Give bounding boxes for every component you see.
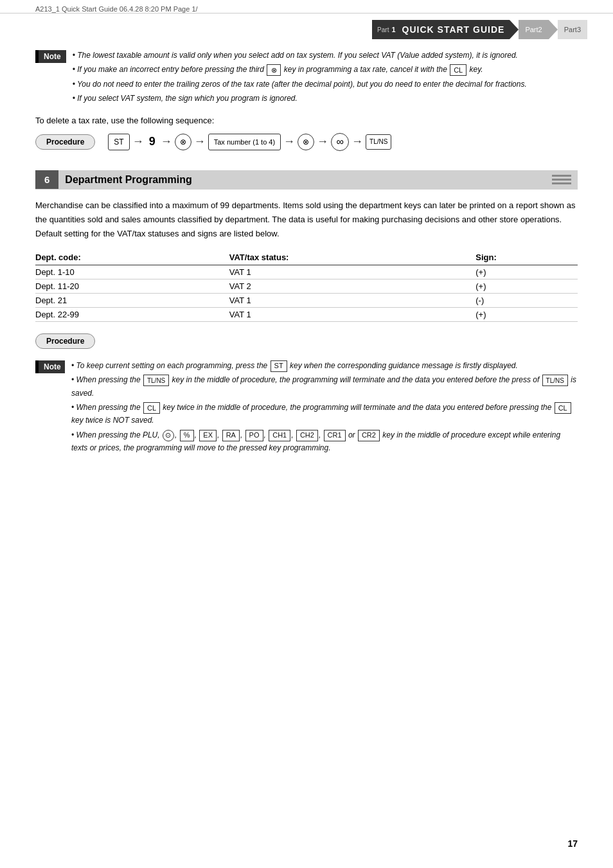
key-ch2: CH2 — [296, 430, 318, 441]
row1-vat: VAT 1 — [229, 265, 476, 279]
key-ra: RA — [222, 430, 240, 441]
dept-table-body: Dept. 1-10 VAT 1 (+) Dept. 11-20 VAT 2 (… — [35, 265, 578, 321]
key-ch1: CH1 — [269, 430, 290, 441]
deco-line3 — [552, 182, 571, 184]
table-row: Dept. 1-10 VAT 1 (+) — [35, 265, 578, 279]
note2-item3: When pressing the CL key twice in the mi… — [71, 401, 578, 427]
row1-sign: (+) — [475, 265, 578, 279]
key-cl: CL — [450, 64, 466, 76]
row3-code: Dept. 21 — [35, 293, 229, 307]
note1-item4: If you select VAT system, the sign which… — [73, 92, 527, 105]
arrow4: → — [283, 135, 295, 148]
part3-label: Part3 — [564, 26, 581, 33]
note2-item1: To keep current setting on each programm… — [71, 359, 578, 372]
key-plu-circle: ⊙ — [163, 430, 174, 441]
key-taxnum: Tax number (1 to 4) — [208, 134, 281, 150]
arrow2: → — [161, 135, 172, 148]
row4-sign: (+) — [475, 307, 578, 321]
dept-intro-line2: Default setting for the VAT/tax statuses… — [35, 229, 280, 238]
note1-item1: The lowest taxable amount is valid only … — [73, 49, 527, 62]
section6-header: 6 Department Programming — [35, 170, 578, 190]
arrow5: → — [317, 135, 328, 148]
part1-label: Part — [377, 26, 389, 33]
note1-label: Note — [35, 50, 66, 63]
dept-table-head: Dept. code: VAT/tax status: Sign: — [35, 250, 578, 265]
arrow1: → — [132, 135, 144, 148]
deco-line2 — [552, 179, 571, 181]
procedure2-section: Procedure — [35, 333, 578, 349]
key-multiply: ⊗ — [267, 64, 281, 76]
key-st: ST — [108, 134, 129, 150]
table-row: Dept. 22-99 VAT 1 (+) — [35, 307, 578, 321]
delete-tax-text: To delete a tax rate, use the following … — [35, 116, 578, 125]
row2-sign: (+) — [475, 279, 578, 293]
section6-title: Department Programming — [65, 170, 191, 190]
dept-table-header-row: Dept. code: VAT/tax status: Sign: — [35, 250, 578, 265]
header-part2: Part2 — [519, 20, 548, 39]
header-part3: Part3 — [558, 20, 587, 39]
procedure1-flow: Procedure ST → 9 → ⊗ → Tax number (1 to … — [35, 133, 578, 151]
key-cl2: CL — [143, 402, 160, 414]
dept-intro-line1: Merchandise can be classified into a max… — [35, 200, 575, 224]
row1-code: Dept. 1-10 — [35, 265, 229, 279]
deco-line1 — [552, 175, 571, 177]
table-row: Dept. 21 VAT 1 (-) — [35, 293, 578, 307]
header-title: QUICK START GUIDE — [402, 24, 505, 35]
doc-header: A213_1 Quick Start Guide 06.4.28 8:20 PM… — [0, 0, 613, 13]
procedure2-badge: Procedure — [35, 333, 95, 349]
row2-vat: VAT 2 — [229, 279, 476, 293]
col-vat: VAT/tax status: — [229, 250, 476, 265]
page-number: 17 — [567, 838, 578, 849]
main-content: Note The lowest taxable amount is valid … — [0, 39, 613, 478]
note2-item2: When pressing the TL/NS key in the middl… — [71, 373, 578, 400]
note1-item3: You do not need to enter the trailing ze… — [73, 78, 527, 91]
table-row: Dept. 11-20 VAT 2 (+) — [35, 279, 578, 293]
key-tlns: TL/NS — [366, 134, 391, 150]
page-container: A213_1 Quick Start Guide 06.4.28 8:20 PM… — [0, 0, 613, 868]
key-cr1: CR1 — [324, 430, 346, 441]
row4-vat: VAT 1 — [229, 307, 476, 321]
header-part1: Part 1 QUICK START GUIDE — [372, 20, 510, 39]
key-cross2: ⊗ — [298, 134, 314, 150]
dept-intro: Merchandise can be classified into a max… — [35, 199, 578, 241]
key-tlns2: TL/NS — [143, 375, 169, 386]
arrow6: → — [351, 135, 363, 148]
key-cr2: CR2 — [358, 430, 380, 441]
part1-num: 1 — [391, 26, 395, 33]
note1-content: The lowest taxable amount is valid only … — [73, 49, 527, 107]
key-percent: % — [180, 430, 194, 441]
row2-code: Dept. 11-20 — [35, 279, 229, 293]
chevron1-icon — [510, 20, 519, 39]
note1-item2: If you make an incorrect entry before pr… — [73, 63, 527, 76]
key-infinity: ∞ — [331, 133, 349, 151]
note2-content: To keep current setting on each programm… — [71, 359, 578, 456]
key-cross1: ⊗ — [175, 134, 191, 150]
key-cl3: CL — [555, 402, 571, 414]
num-9: 9 — [149, 135, 155, 148]
procedure1-badge: Procedure — [35, 134, 95, 150]
row4-code: Dept. 22-99 — [35, 307, 229, 321]
note1-list: The lowest taxable amount is valid only … — [73, 49, 527, 105]
note2-item4: When pressing the PLU, ⊙, %, EX, RA, PO,… — [71, 429, 578, 455]
part2-label: Part2 — [525, 26, 542, 33]
key-po: PO — [245, 430, 263, 441]
section6-decoration — [552, 175, 578, 184]
doc-header-text: A213_1 Quick Start Guide 06.4.28 8:20 PM… — [35, 5, 198, 13]
arrow3: → — [194, 135, 206, 148]
col-code: Dept. code: — [35, 250, 229, 265]
header-bar: Part 1 QUICK START GUIDE Part2 Part3 — [26, 20, 587, 39]
section6-number: 6 — [35, 170, 58, 189]
note2-list: To keep current setting on each programm… — [71, 359, 578, 455]
col-sign: Sign: — [475, 250, 578, 265]
key-st2: ST — [271, 360, 287, 372]
note2-label: Note — [35, 360, 65, 373]
key-tlns3: TL/NS — [542, 375, 568, 386]
row3-sign: (-) — [475, 293, 578, 307]
row3-vat: VAT 1 — [229, 293, 476, 307]
dept-table: Dept. code: VAT/tax status: Sign: Dept. … — [35, 250, 578, 322]
note2-box: Note To keep current setting on each pro… — [35, 359, 578, 456]
key-ex: EX — [199, 430, 217, 441]
chevron2-icon — [549, 20, 558, 39]
note1-box: Note The lowest taxable amount is valid … — [35, 49, 578, 107]
